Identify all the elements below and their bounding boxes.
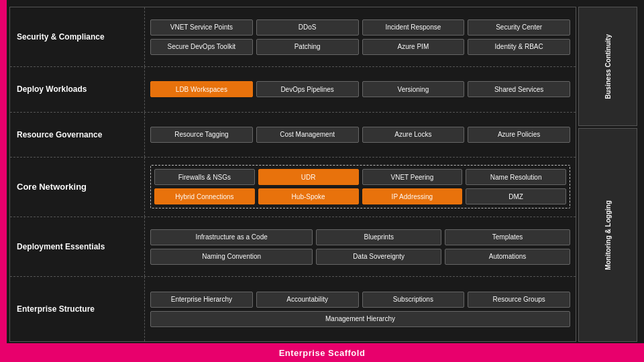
buttons-enterprise: Enterprise Hierarchy Accountability Subs… <box>144 277 576 341</box>
buttons-resource: Resource Tagging Cost Management Azure L… <box>144 113 576 157</box>
btn-name-resolution[interactable]: Name Resolution <box>466 169 566 185</box>
btn-ddos[interactable]: DDoS <box>256 19 359 36</box>
btn-row-dep-1: Infrastructure as a Code Blueprints Temp… <box>150 229 570 245</box>
btn-devops-pipelines[interactable]: DevOps Pipelines <box>256 81 359 97</box>
label-resource: Resource Governance <box>10 113 144 157</box>
right-business-continuity: Business Continuity <box>578 7 637 126</box>
label-deployment: Deployment Essentials <box>10 217 144 276</box>
right-panel: Business Continuity Monitoring & Logging <box>578 7 637 342</box>
btn-ip-addressing[interactable]: IP Addressing <box>362 188 463 204</box>
btn-row-ent-2: Management Hierarchy <box>150 311 570 327</box>
section-resource: Resource Governance Resource Tagging Cos… <box>10 113 576 158</box>
btn-udr[interactable]: UDR <box>258 169 359 185</box>
btn-firewalls-nsgs[interactable]: Firewalls & NSGs <box>154 169 255 185</box>
btn-shared-services[interactable]: Shared Services <box>468 81 570 97</box>
btn-security-center[interactable]: Security Center <box>468 19 570 36</box>
btn-row-sec-1: VNET Service Points DDoS Incident Respon… <box>150 19 570 36</box>
buttons-security: VNET Service Points DDoS Incident Respon… <box>144 7 576 66</box>
label-security: Security & Compliance <box>10 7 144 66</box>
label-enterprise: Enterprise Structure <box>10 277 144 341</box>
btn-enterprise-hierarchy[interactable]: Enterprise Hierarchy <box>150 292 253 308</box>
section-enterprise: Enterprise Structure Enterprise Hierarch… <box>10 277 576 341</box>
btn-data-sovereignty[interactable]: Data Sovereignty <box>316 249 441 265</box>
btn-templates[interactable]: Templates <box>445 229 570 245</box>
btn-accountability[interactable]: Accountability <box>256 292 359 308</box>
btn-blueprints[interactable]: Blueprints <box>316 229 441 245</box>
btn-incident-response[interactable]: Incident Response <box>362 19 465 36</box>
btn-row-sec-2: Secure DevOps Toolkit Patching Azure PIM… <box>150 39 570 55</box>
buttons-deployment: Infrastructure as a Code Blueprints Temp… <box>144 217 576 276</box>
btn-row-res-1: Resource Tagging Cost Management Azure L… <box>150 127 570 143</box>
btn-azure-pim[interactable]: Azure PIM <box>362 39 465 55</box>
btn-resource-groups[interactable]: Resource Groups <box>468 292 570 308</box>
btn-row-core-1: Firewalls & NSGs UDR VNET Peering Name R… <box>154 169 566 185</box>
buttons-deploy: LDB Workspaces DevOps Pipelines Versioni… <box>144 67 576 111</box>
right-monitoring-logging: Monitoring & Logging <box>578 128 637 342</box>
btn-secure-devops[interactable]: Secure DevOps Toolkit <box>150 39 253 55</box>
btn-subscriptions[interactable]: Subscriptions <box>362 292 465 308</box>
footer-bar: Enterprise Scaffold <box>0 343 644 362</box>
section-deploy: Deploy Workloads LDB Workspaces DevOps P… <box>10 67 576 112</box>
btn-cost-management[interactable]: Cost Management <box>256 127 359 143</box>
section-core: Core Networking Firewalls & NSGs UDR VNE… <box>10 158 576 217</box>
btn-ldb-workspaces[interactable]: LDB Workspaces <box>150 81 253 97</box>
btn-automations[interactable]: Automations <box>445 249 570 265</box>
btn-vnet-peering[interactable]: VNET Peering <box>362 169 463 185</box>
label-core: Core Networking <box>10 158 144 217</box>
btn-versioning[interactable]: Versioning <box>362 81 465 97</box>
btn-row-dep-2: Naming Convention Data Sovereignty Autom… <box>150 249 570 265</box>
btn-vnet-service-points[interactable]: VNET Service Points <box>150 19 253 36</box>
btn-iac[interactable]: Infrastructure as a Code <box>150 229 313 245</box>
core-dashed-box: Firewalls & NSGs UDR VNET Peering Name R… <box>150 165 570 208</box>
btn-patching[interactable]: Patching <box>256 39 359 55</box>
btn-dmz[interactable]: DMZ <box>466 188 566 204</box>
btn-row-core-2: Hybrid Connections Hub-Spoke IP Addressi… <box>154 188 566 204</box>
btn-hub-spoke[interactable]: Hub-Spoke <box>258 188 359 204</box>
label-deploy: Deploy Workloads <box>10 67 144 111</box>
btn-naming-convention[interactable]: Naming Convention <box>150 249 313 265</box>
btn-row-deploy-1: LDB Workspaces DevOps Pipelines Versioni… <box>150 81 570 97</box>
btn-azure-locks[interactable]: Azure Locks <box>362 127 465 143</box>
btn-management-hierarchy[interactable]: Management Hierarchy <box>150 311 570 327</box>
btn-identity-rbac[interactable]: Identity & RBAC <box>468 39 570 55</box>
pink-left-bar <box>0 0 7 343</box>
section-deployment: Deployment Essentials Infrastructure as … <box>10 217 576 277</box>
btn-hybrid-connections[interactable]: Hybrid Connections <box>154 188 255 204</box>
btn-row-ent-1: Enterprise Hierarchy Accountability Subs… <box>150 292 570 308</box>
btn-resource-tagging[interactable]: Resource Tagging <box>150 127 253 143</box>
main-content-area: Security & Compliance VNET Service Point… <box>9 7 576 342</box>
footer-label: Enterprise Scaffold <box>279 348 366 358</box>
buttons-core: Firewalls & NSGs UDR VNET Peering Name R… <box>144 158 576 217</box>
section-security: Security & Compliance VNET Service Point… <box>10 7 576 67</box>
btn-azure-policies[interactable]: Azure Policies <box>468 127 570 143</box>
